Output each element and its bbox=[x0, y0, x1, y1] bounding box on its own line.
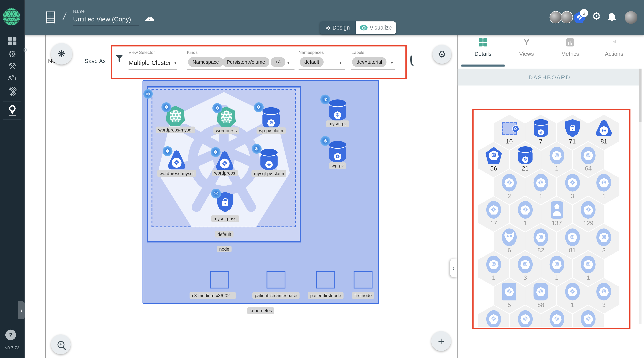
hex-count: 3 bbox=[524, 274, 527, 281]
daemonset-icon bbox=[502, 228, 517, 246]
volume-cylinder-icon: ☸ bbox=[329, 141, 346, 162]
save-as-label[interactable]: Save As bbox=[84, 58, 106, 64]
view-selector-value[interactable]: Multiple Cluster bbox=[128, 59, 171, 66]
zoom-in-icon bbox=[57, 341, 64, 348]
k8s-resource-icon: ☸ bbox=[518, 310, 533, 327]
view-name-input[interactable] bbox=[73, 15, 139, 26]
hex-count: 1 bbox=[602, 192, 606, 199]
canvas-settings-button[interactable]: ⚙ bbox=[432, 45, 452, 64]
view-selector-caret-icon[interactable]: ▼ bbox=[174, 61, 176, 65]
canvas-node-label: wordpress bbox=[214, 127, 239, 134]
hex-count: 3 bbox=[602, 247, 606, 253]
cloud-check-icon: ✓ bbox=[148, 17, 152, 21]
machine-node-label: patientlistnamespace bbox=[252, 292, 300, 299]
search-button[interactable] bbox=[410, 56, 412, 63]
metrics-chart-icon bbox=[566, 38, 574, 47]
k8s-resource-icon: ☸ bbox=[486, 256, 501, 273]
machine-node-label: c3-medium-x86-02... bbox=[190, 292, 236, 299]
volume-cylinder-icon: ☸ bbox=[518, 147, 532, 165]
kind-chip-more[interactable]: +4 bbox=[270, 57, 285, 67]
canvas-node-label: wordpress-mysql bbox=[156, 127, 195, 133]
operator-spiral-badge: ✻ bbox=[211, 189, 221, 198]
node-operator-spiral-badge[interactable]: ✻ bbox=[144, 89, 153, 99]
machine-node-patientfirstnode[interactable] bbox=[316, 271, 335, 288]
kind-chip-namespace[interactable]: Namespace bbox=[188, 57, 224, 67]
add-component-button[interactable]: + bbox=[431, 331, 451, 351]
hex-count: 1 bbox=[587, 274, 590, 281]
operator-spiral-badge: ✻ bbox=[212, 103, 222, 113]
hex-count: 7 bbox=[539, 138, 543, 145]
hex-count: 82 bbox=[538, 247, 544, 253]
operator-spiral-badge: ✻ bbox=[254, 102, 264, 112]
namespaces-caret-icon[interactable]: ▼ bbox=[339, 61, 342, 65]
sidebar-item-lifecycle[interactable]: ⚙ bbox=[0, 49, 25, 59]
namespace-chip: default bbox=[215, 231, 234, 237]
organization-icon[interactable] bbox=[46, 12, 54, 24]
tab-design[interactable]: ✻ Design bbox=[320, 22, 356, 34]
operator-spiral-badge: ✻ bbox=[211, 147, 220, 157]
hex-count: 64 bbox=[585, 165, 592, 172]
resource-hex-grid: ☸10☸771☸81☸56☸21☸1☸64☸2☸1☸3☸1☸17☸1137☸12… bbox=[473, 109, 628, 327]
collaborator-avatar[interactable] bbox=[550, 11, 562, 23]
hex-count: 3 bbox=[571, 192, 574, 199]
panel-scrollbar-thumb[interactable] bbox=[638, 69, 642, 122]
filter-funnel-icon bbox=[116, 55, 123, 62]
search-icon bbox=[410, 55, 412, 64]
user-avatar[interactable] bbox=[625, 11, 638, 24]
sidebar-expand-button[interactable]: › bbox=[18, 301, 25, 319]
tab-actions[interactable]: ☝ Actions bbox=[596, 38, 632, 57]
zoom-in-button[interactable] bbox=[51, 334, 71, 354]
settings-gear-icon[interactable]: ⚙ bbox=[592, 10, 601, 22]
canvas-node-label: wp-pv bbox=[329, 162, 346, 169]
namespace-icon: ☸ bbox=[502, 122, 516, 135]
namespace-chip-default[interactable]: default bbox=[300, 57, 324, 67]
floating-component-button[interactable]: ❋ bbox=[51, 43, 72, 65]
sidebar-item-configuration[interactable]: ⚒ bbox=[0, 61, 25, 71]
sidebar-item-dashboard[interactable] bbox=[0, 37, 25, 45]
sidebar-item-connections[interactable] bbox=[0, 105, 25, 112]
k8s-square-icon: ☸ bbox=[502, 283, 516, 300]
labels-label: Labels bbox=[352, 50, 364, 55]
operator-spiral-badge: ✻ bbox=[163, 146, 172, 156]
panel-collapse-handle[interactable]: › bbox=[450, 259, 457, 277]
kinds-caret-icon[interactable]: ▼ bbox=[287, 61, 290, 65]
k8s-resource-icon: ☸ bbox=[565, 174, 580, 192]
view-name-label: Name bbox=[73, 9, 85, 14]
sidebar-item-extensions[interactable] bbox=[0, 87, 25, 96]
sidebar-item-performance[interactable] bbox=[0, 75, 25, 80]
machine-node-firstnode[interactable] bbox=[354, 271, 372, 288]
canvas-node-label: wp-pv-claim bbox=[256, 127, 286, 134]
collaborator-avatar[interactable] bbox=[561, 11, 573, 23]
tab-visualize[interactable]: Visualize bbox=[356, 22, 396, 34]
dashboard-section-header: DASHBOARD bbox=[458, 69, 642, 85]
node-chip: node bbox=[217, 246, 232, 252]
kind-chip-persistentvolume[interactable]: PersistentVolume bbox=[222, 57, 270, 67]
hex-count: 1 bbox=[539, 192, 543, 199]
tab-metrics[interactable]: Metrics bbox=[552, 38, 588, 57]
label-chip-dev-tutorial[interactable]: dev=tutorial bbox=[352, 57, 387, 67]
k8s-resource-icon: ☸ bbox=[596, 283, 612, 301]
machine-node-patientlistnamespace[interactable] bbox=[266, 271, 286, 288]
sidebar-divider bbox=[3, 119, 22, 120]
k8s-resource-icon: ☸ bbox=[518, 201, 533, 219]
plus-icon: + bbox=[438, 335, 444, 347]
tab-views[interactable]: Y Views bbox=[508, 38, 545, 57]
canvas-node-label: mysql-pv bbox=[326, 121, 349, 127]
hex-count: 1 bbox=[571, 301, 574, 308]
k8s-resource-icon: ☸ bbox=[596, 228, 612, 246]
hex-count: 129 bbox=[583, 219, 594, 226]
hex-count: 21 bbox=[522, 165, 529, 172]
hex-count: 1 bbox=[555, 274, 558, 281]
views-branch-icon: Y bbox=[524, 37, 529, 48]
meshery-app: / Name ☁ ✓ ✻ Design Visualize ☸ 2 ⚙ ⚙ ⚒ bbox=[0, 0, 644, 358]
namespaces-underline bbox=[298, 70, 345, 70]
meshery-logo[interactable] bbox=[3, 8, 20, 26]
tab-details[interactable]: Details bbox=[464, 38, 502, 57]
k8s-resource-icon: ☸ bbox=[565, 283, 580, 301]
machine-node-c3-medium-x86-02...[interactable] bbox=[210, 271, 229, 288]
notifications-bell-icon[interactable] bbox=[609, 13, 615, 19]
labels-caret-icon[interactable]: ▼ bbox=[390, 61, 393, 65]
canvas-node-label: mysql-pv-claim bbox=[252, 170, 286, 177]
help-button[interactable]: ? bbox=[6, 330, 16, 340]
design-label: Design bbox=[332, 25, 350, 31]
